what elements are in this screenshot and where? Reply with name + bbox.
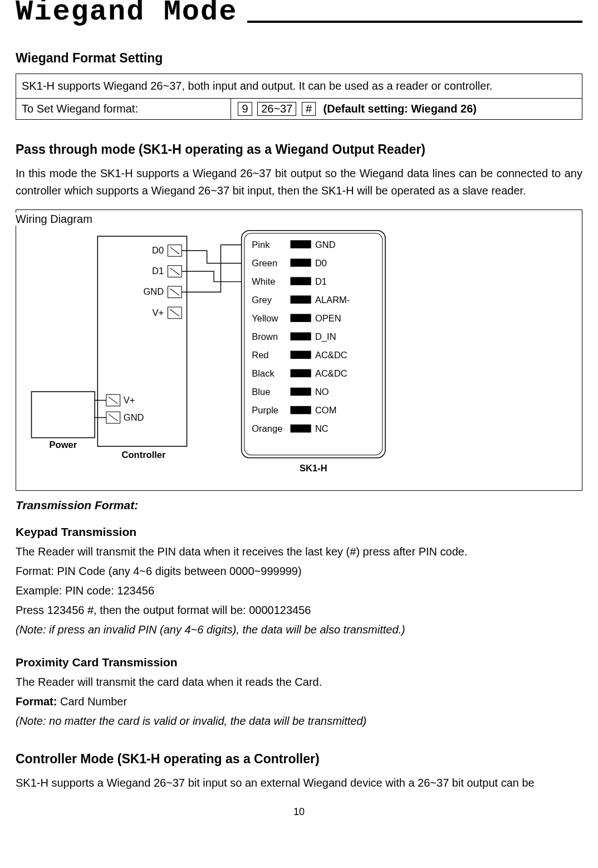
svg-text:Blue: Blue: [252, 387, 270, 397]
svg-rect-11: [291, 295, 311, 303]
svg-text:Pink: Pink: [252, 240, 270, 250]
svg-text:Yellow: Yellow: [252, 313, 278, 324]
prox-line-1: The Reader will transmit the card data w…: [16, 674, 582, 691]
prox-format-text: Card Number: [57, 695, 127, 708]
svg-rect-17: [291, 333, 311, 340]
prox-format-label: Format:: [16, 695, 57, 708]
controller-label: Controller: [122, 450, 166, 460]
power-outline: [32, 392, 95, 438]
svg-text:OPEN: OPEN: [315, 313, 341, 324]
svg-rect-8: [291, 277, 311, 285]
document-page: Wiegand Mode Wiegand Format Setting SK1-…: [0, 0, 598, 840]
keypad-line-3: Example: PIN code: 123456: [16, 582, 582, 599]
format-value: 9 26~37 # (Default setting: Wiegand 26): [231, 99, 582, 120]
svg-text:Purple: Purple: [252, 405, 278, 416]
keypad-heading: Keypad Transmission: [16, 525, 582, 539]
svg-text:D0: D0: [152, 245, 164, 256]
svg-rect-20: [291, 351, 311, 359]
svg-text:Green: Green: [252, 258, 277, 269]
format-label: To Set Wiegand format:: [16, 99, 231, 120]
svg-rect-5: [291, 259, 311, 266]
controller-mode-para: SK1-H supports a Wiegand 26~37 bit input…: [16, 774, 582, 792]
transmission-heading: Transmission Format:: [16, 499, 582, 512]
prox-line-2: Format: Card Number: [16, 693, 582, 710]
svg-text:Black: Black: [252, 368, 275, 379]
seq-note: (Default setting: Wiegand 26): [323, 103, 477, 115]
power-label: Power: [50, 440, 77, 450]
svg-text:Red: Red: [252, 350, 268, 360]
svg-text:Orange: Orange: [252, 423, 282, 434]
heading-controller-mode: Controller Mode (SK1-H operating as a Co…: [16, 752, 582, 767]
seq-key-hash: #: [302, 102, 316, 116]
svg-rect-2: [291, 240, 311, 248]
keypad-line-1: The Reader will transmit the PIN data wh…: [16, 543, 582, 560]
format-table: SK1-H supports Wiegand 26~37, both input…: [16, 74, 582, 120]
prox-heading: Proximity Card Transmission: [16, 656, 582, 669]
title-rule: [247, 21, 582, 23]
svg-text:D_IN: D_IN: [315, 331, 336, 342]
title-row: Wiegand Mode: [16, 0, 582, 28]
svg-rect-23: [291, 369, 311, 377]
keypad-line-4: Press 123456 #, then the output format w…: [16, 602, 582, 619]
wiring-diagram-label: Wiring Diagram: [16, 213, 98, 226]
page-number: 10: [16, 806, 582, 818]
svg-text:AC&DC: AC&DC: [315, 350, 347, 360]
device-label: SK1-H: [300, 463, 327, 474]
keypad-line-2: Format: PIN Code (any 4~6 digits between…: [16, 563, 582, 580]
seq-key-range: 26~37: [257, 102, 296, 116]
svg-rect-29: [291, 406, 311, 414]
svg-text:AC&DC: AC&DC: [315, 368, 347, 379]
svg-text:GND: GND: [124, 412, 144, 423]
seq-key-9: 9: [238, 102, 252, 116]
example-label: Example: [16, 584, 59, 597]
heading-format-setting: Wiegand Format Setting: [16, 51, 582, 66]
pass-through-para: In this mode the SK1-H supports a Wiegan…: [16, 165, 582, 199]
svg-text:White: White: [252, 276, 275, 287]
svg-text:COM: COM: [315, 405, 337, 416]
svg-rect-14: [291, 314, 311, 321]
heading-pass-through: Pass through mode (SK1-H operating as a …: [16, 142, 582, 157]
format-text: : PIN Code (any 4~6 digits between 0000~…: [51, 565, 301, 577]
example-text: : PIN code: 123456: [59, 584, 154, 597]
svg-text:D1: D1: [315, 276, 327, 287]
wiring-diagram: .lbl{font-family:Tahoma,sans-serif;font-…: [16, 209, 582, 491]
svg-text:Grey: Grey: [252, 295, 272, 305]
svg-text:NC: NC: [315, 423, 329, 434]
svg-rect-32: [291, 425, 311, 432]
svg-text:ALARM-: ALARM-: [315, 295, 350, 305]
keypad-note: (Note: if press an invalid PIN (any 4~6 …: [16, 621, 582, 638]
svg-text:D0: D0: [315, 258, 327, 269]
wiring-svg: .lbl{font-family:Tahoma,sans-serif;font-…: [23, 219, 575, 484]
svg-rect-26: [291, 388, 311, 396]
svg-text:GND: GND: [143, 286, 164, 297]
svg-text:GND: GND: [315, 240, 336, 250]
svg-text:NO: NO: [315, 387, 329, 397]
prox-note: (Note: no matter the card is valid or in…: [16, 713, 582, 729]
svg-text:Brown: Brown: [252, 331, 278, 342]
page-title: Wiegand Mode: [16, 0, 237, 28]
svg-text:D1: D1: [152, 266, 164, 276]
svg-text:V+: V+: [152, 308, 164, 318]
format-label: Format: [16, 565, 51, 577]
format-desc: SK1-H supports Wiegand 26~37, both input…: [16, 74, 582, 99]
svg-text:V+: V+: [124, 395, 135, 406]
